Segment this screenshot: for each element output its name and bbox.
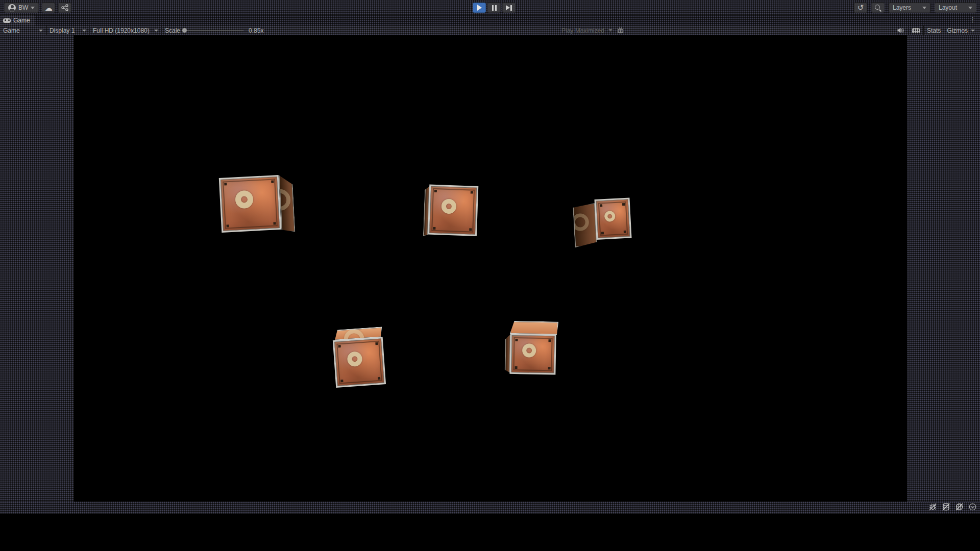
display-dropdown[interactable]: Display 1 [46, 26, 89, 35]
view-mode-dropdown[interactable]: Game [0, 26, 46, 35]
crate-front-face [594, 197, 631, 240]
bug-icon[interactable] [617, 27, 624, 34]
crate-bolt [375, 342, 378, 345]
scale-label: Scale [165, 27, 180, 34]
version-control-button[interactable] [58, 3, 71, 13]
game-view-toolbar: Game Display 1 Full HD (980x551) Scale… [0, 26, 980, 35]
gizmos-label: Gizmos [947, 27, 968, 34]
step-button[interactable] [502, 3, 516, 13]
crate-bolt [622, 203, 625, 206]
chevron-down-icon [968, 7, 972, 9]
crate-bolt [601, 232, 604, 234]
view-mode-label: Game [3, 27, 20, 34]
chevron-down-icon [922, 7, 926, 9]
crate-front-face [219, 175, 281, 233]
collab-offline-icon[interactable] [955, 503, 964, 511]
crate-bolt [273, 222, 276, 224]
layout-label: Layout [939, 4, 957, 11]
crate-bolt [434, 190, 437, 192]
crate-bolt [515, 339, 518, 341]
play-button[interactable] [473, 3, 486, 13]
crate-bolt [224, 183, 227, 185]
pause-button[interactable] [487, 3, 501, 13]
status-bar [0, 502, 980, 514]
pause-icon [492, 5, 497, 11]
crate-front-face [509, 334, 556, 375]
play-icon [477, 5, 482, 11]
search-icon [874, 4, 881, 11]
crate-3 [572, 195, 657, 271]
resolution-label: Full HD (980x551) [93, 27, 150, 34]
chevron-down-icon [154, 30, 158, 32]
input-focus-button[interactable] [909, 26, 923, 35]
game-toolbar-right: Stats Gizmos [893, 26, 978, 35]
layers-dropdown[interactable]: Layers [889, 3, 930, 13]
scale-slider[interactable] [183, 30, 243, 31]
undo-history-icon: ↺ [857, 4, 864, 11]
crate-bolt [271, 180, 274, 183]
crate-front-face [333, 337, 386, 388]
crate-bolt [471, 191, 473, 193]
search-button[interactable] [871, 3, 885, 13]
cloud-services-button[interactable]: ☁ [42, 3, 55, 13]
account-dropdown[interactable]: BW [4, 3, 39, 13]
crate-bolt [338, 345, 341, 347]
game-render-viewport[interactable] [74, 35, 907, 502]
gizmos-dropdown[interactable]: Gizmos [944, 26, 978, 35]
crate-side-face [573, 203, 597, 247]
chevron-down-icon [82, 30, 86, 32]
crate-4 [328, 324, 414, 401]
crate-bolt [600, 204, 602, 207]
crate-1 [216, 171, 302, 246]
version-control-icon [61, 4, 68, 11]
crate-bolt [469, 228, 472, 231]
chevron-down-icon [608, 29, 612, 32]
crate-bolt [624, 231, 626, 233]
crate-top-face [510, 321, 558, 335]
scale-control: Scale 0.85x [162, 27, 266, 34]
stats-toggle[interactable]: Stats [924, 26, 944, 35]
cache-server-disconnected-icon[interactable] [942, 503, 950, 511]
scale-value: 0.85x [249, 27, 263, 34]
crate-bolt [378, 377, 380, 380]
crate-bolt [340, 380, 343, 382]
game-tab-label: Game [13, 17, 30, 24]
play-maximized-dropdown[interactable]: Play Maximized [561, 27, 604, 34]
crate-front-face [428, 185, 478, 236]
undo-history-button[interactable]: ↺ [854, 3, 867, 13]
crate-bolt [433, 227, 435, 230]
tab-menu-kebab[interactable]: ⋮ [969, 16, 976, 23]
cloud-icon: ☁ [45, 4, 53, 12]
crate-ring-emblem [573, 213, 590, 231]
crate-bolt [227, 224, 229, 227]
crate-bolt [548, 367, 551, 369]
display-label: Display 1 [50, 27, 75, 34]
stats-label: Stats [927, 27, 941, 34]
debugger-muted-icon[interactable] [928, 503, 937, 511]
game-view-gutter-left [0, 35, 74, 502]
account-label: BW [18, 4, 28, 11]
resolution-dropdown[interactable]: Full HD (980x551) [90, 26, 161, 35]
crate-5 [502, 320, 585, 393]
user-avatar-icon [8, 4, 16, 12]
play-maximized-group: Play Maximized [561, 26, 624, 35]
progress-ok-icon[interactable] [968, 503, 977, 511]
speaker-icon [897, 27, 904, 34]
scale-slider-knob[interactable] [182, 28, 187, 33]
mute-audio-button[interactable] [893, 26, 908, 35]
main-toolbar: BW ☁ ↺ [0, 0, 980, 15]
chevron-down-icon [31, 7, 35, 9]
crate-bolt [515, 366, 518, 369]
crate-ring-emblem [279, 188, 291, 211]
crate-bolt [548, 339, 551, 342]
step-forward-icon [506, 5, 512, 11]
layout-dropdown[interactable]: Layout [935, 3, 976, 13]
crate-2 [422, 182, 506, 256]
gamepad-icon [3, 18, 11, 23]
keyboard-icon [912, 28, 920, 33]
game-view-gutter-right [907, 35, 980, 502]
tab-game[interactable]: Game [0, 15, 35, 26]
tab-bar: Game ⋮ [0, 15, 980, 26]
chevron-down-icon [971, 30, 975, 32]
chevron-down-icon [39, 30, 43, 32]
